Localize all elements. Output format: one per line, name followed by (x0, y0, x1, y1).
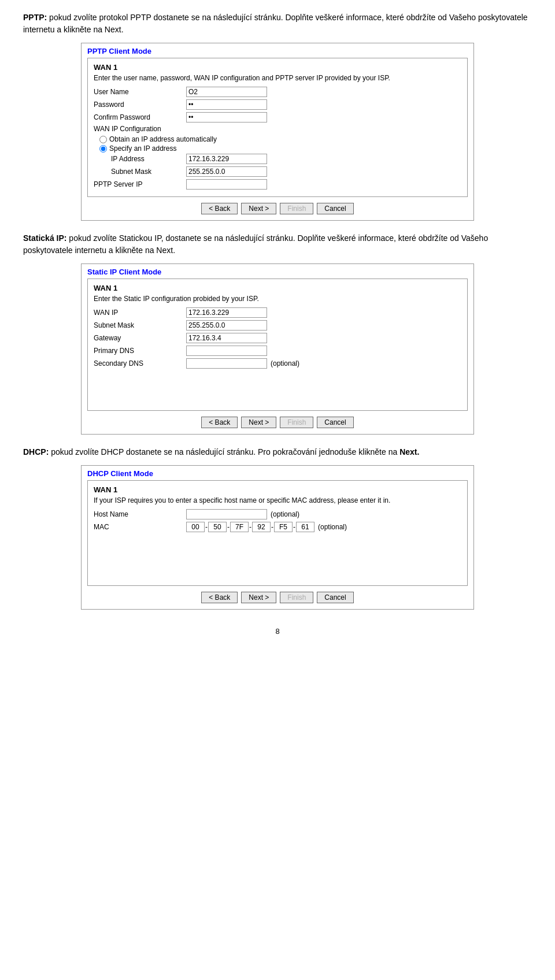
dhcp-mac-row: MAC - - - - - (optional) (94, 522, 461, 532)
static-ip-subnet-label: Subnet Mask (94, 321, 186, 329)
dhcp-mac-input-3[interactable] (230, 522, 249, 532)
pptp-radio-auto-input[interactable] (99, 136, 107, 143)
dhcp-intro-bold2: Next. (399, 447, 419, 456)
pptp-subnet-mask-row: Subnet Mask (111, 166, 461, 177)
static-ip-next-button[interactable]: Next > (241, 417, 276, 428)
static-ip-secondary-dns-label: Secondary DNS (94, 359, 186, 368)
static-ip-secondary-dns-row: Secondary DNS (optional) (94, 358, 461, 369)
dhcp-intro-bold: DHCP: (23, 447, 49, 456)
pptp-radio-specify-input[interactable] (99, 145, 107, 153)
pptp-wan-ip-config-label: WAN IP Configuration (94, 125, 186, 133)
static-ip-inner-box: WAN 1 Enter the Static IP configuration … (87, 279, 468, 411)
pptp-radio-specify[interactable]: Specify an IP address (99, 144, 461, 153)
dhcp-mac-label: MAC (94, 523, 186, 531)
static-ip-gateway-label: Gateway (94, 334, 186, 342)
pptp-confirm-password-input[interactable] (186, 112, 267, 122)
dhcp-mac-input-6[interactable] (296, 522, 314, 532)
pptp-username-input[interactable] (186, 87, 267, 97)
pptp-next-button[interactable]: Next > (241, 203, 276, 214)
dhcp-next-button[interactable]: Next > (241, 592, 276, 603)
dhcp-hostname-label: Host Name (94, 510, 186, 518)
static-ip-primary-dns-input[interactable] (186, 346, 267, 356)
static-ip-subnet-input[interactable] (186, 320, 267, 331)
static-ip-wan-title: WAN 1 (94, 284, 461, 292)
pptp-ip-address-label: IP Address (111, 155, 186, 163)
dhcp-mac-input-4[interactable] (252, 522, 271, 532)
static-ip-cancel-button[interactable]: Cancel (317, 417, 353, 428)
pptp-ip-address-row: IP Address (111, 154, 461, 164)
pptp-password-row: Password (94, 99, 461, 110)
static-ip-intro: Statická IP: pokud zvolíte Statickou IP,… (23, 232, 532, 257)
dhcp-mac-sep-4: - (271, 523, 273, 531)
dhcp-mac-sep-2: - (227, 523, 230, 531)
pptp-confirm-password-row: Confirm Password (94, 112, 461, 122)
pptp-buttons: < Back Next > Finish Cancel (82, 203, 473, 214)
pptp-intro-bold: PPTP: (23, 13, 47, 22)
pptp-diagram: PPTP Client Mode WAN 1 Enter the user na… (81, 43, 474, 221)
static-ip-diagram: Static IP Client Mode WAN 1 Enter the St… (81, 263, 474, 435)
static-ip-gateway-row: Gateway (94, 333, 461, 343)
pptp-radio-auto[interactable]: Obtain an IP address automatically (99, 135, 461, 143)
dhcp-finish-button: Finish (280, 592, 313, 603)
pptp-username-label: User Name (94, 88, 186, 96)
pptp-confirm-password-label: Confirm Password (94, 113, 186, 121)
dhcp-mac-sep-3: - (249, 523, 251, 531)
dhcp-mac-optional: (optional) (318, 523, 347, 531)
dhcp-cancel-button[interactable]: Cancel (317, 592, 353, 603)
pptp-subnet-mask-input[interactable] (186, 166, 267, 177)
static-ip-primary-dns-row: Primary DNS (94, 346, 461, 356)
static-ip-gateway-input[interactable] (186, 333, 267, 343)
static-ip-intro-text: pokud zvolíte Statickou IP, dostanete se… (23, 233, 488, 255)
pptp-ip-address-input[interactable] (186, 154, 267, 164)
pptp-password-input[interactable] (186, 99, 267, 110)
static-ip-wan-ip-label: WAN IP (94, 309, 186, 317)
static-ip-intro-bold: Statická IP: (23, 233, 66, 243)
page-number: 8 (23, 627, 532, 636)
dhcp-back-button[interactable]: < Back (201, 592, 238, 603)
dhcp-hostname-row: Host Name (optional) (94, 509, 461, 519)
dhcp-intro: DHCP: pokud zvolíte DHCP dostanete se na… (23, 446, 532, 458)
pptp-inner-box: WAN 1 Enter the user name, password, WAN… (87, 58, 468, 197)
pptp-finish-button: Finish (280, 203, 313, 214)
dhcp-wan-desc: If your ISP requires you to enter a spec… (94, 496, 461, 504)
dhcp-wan-title: WAN 1 (94, 485, 461, 494)
pptp-intro: PPTP: pokud zvolíte protokol PPTP dostan… (23, 12, 532, 36)
static-ip-subnet-row: Subnet Mask (94, 320, 461, 331)
dhcp-mac-input-5[interactable] (274, 522, 293, 532)
pptp-cancel-button[interactable]: Cancel (317, 203, 353, 214)
static-ip-diagram-title: Static IP Client Mode (82, 264, 473, 279)
pptp-wan-title: WAN 1 (94, 63, 461, 72)
static-ip-wan-ip-row: WAN IP (94, 307, 461, 318)
dhcp-diagram-title: DHCP Client Mode (82, 466, 473, 480)
pptp-wan-desc: Enter the user name, password, WAN IP co… (94, 74, 461, 82)
pptp-back-button[interactable]: < Back (201, 203, 238, 214)
dhcp-hostname-input[interactable] (186, 509, 267, 519)
pptp-wan-ip-config-label-row: WAN IP Configuration (94, 125, 461, 133)
dhcp-intro-text: pokud zvolíte DHCP dostanete se na násle… (49, 447, 399, 456)
pptp-subnet-mask-label: Subnet Mask (111, 168, 186, 176)
pptp-intro-text: pokud zvolíte protokol PPTP dostanete se… (23, 13, 528, 34)
dhcp-mac-input-1[interactable] (186, 522, 205, 532)
dhcp-hostname-optional: (optional) (271, 510, 299, 518)
dhcp-mac-sep-5: - (293, 523, 295, 531)
static-ip-finish-button: Finish (280, 417, 313, 428)
static-ip-buttons: < Back Next > Finish Cancel (82, 417, 473, 428)
dhcp-mac-inputs: - - - - - (optional) (186, 522, 347, 532)
pptp-diagram-title: PPTP Client Mode (82, 43, 473, 58)
pptp-radio-auto-label: Obtain an IP address automatically (109, 135, 217, 143)
dhcp-mac-input-2[interactable] (208, 522, 227, 532)
static-ip-back-button[interactable]: < Back (201, 417, 238, 428)
static-ip-wan-desc: Enter the Static IP configuration probid… (94, 295, 461, 303)
dhcp-mac-sep-1: - (205, 523, 208, 531)
pptp-server-ip-input[interactable] (186, 179, 267, 190)
static-ip-wan-ip-input[interactable] (186, 307, 267, 318)
pptp-radio-specify-label: Specify an IP address (109, 144, 177, 153)
dhcp-buttons: < Back Next > Finish Cancel (82, 592, 473, 603)
pptp-password-label: Password (94, 101, 186, 109)
static-ip-primary-dns-label: Primary DNS (94, 347, 186, 355)
dhcp-inner-box: WAN 1 If your ISP requires you to enter … (87, 480, 468, 586)
pptp-server-ip-row: PPTP Server IP (94, 179, 461, 190)
dhcp-diagram: DHCP Client Mode WAN 1 If your ISP requi… (81, 465, 474, 610)
static-ip-secondary-dns-input[interactable] (186, 358, 267, 369)
pptp-username-row: User Name (94, 87, 461, 97)
